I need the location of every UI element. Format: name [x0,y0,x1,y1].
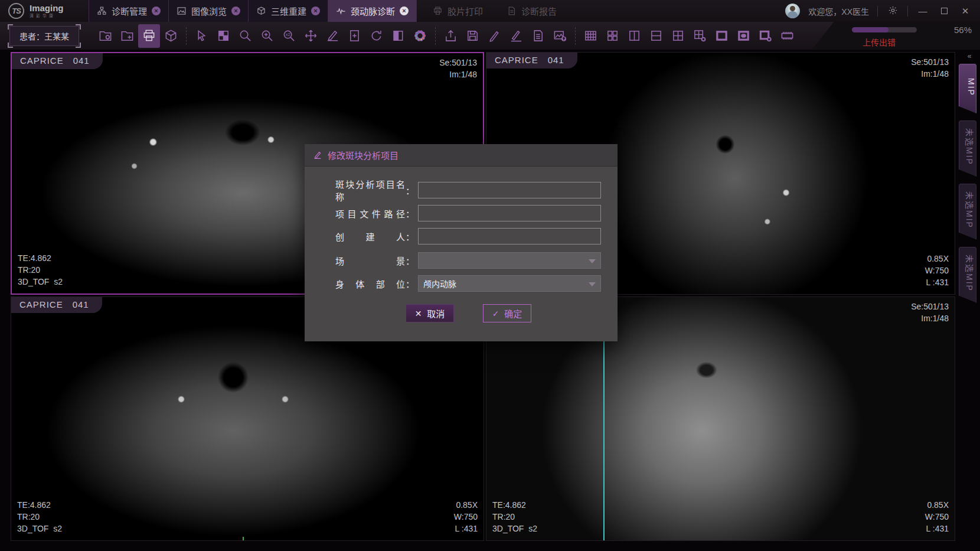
rail-tab-unselected-mip-2[interactable]: 未选MIP [959,184,976,240]
layout-grid-remove-icon[interactable] [689,24,711,48]
check-icon: ✓ [492,309,499,318]
sitemap-icon [97,6,107,16]
display-info: 0.85XW:750L :431 [454,499,478,534]
field-colon: ： [406,207,414,220]
layout-2x2-icon[interactable] [667,24,689,48]
layout-remove-icon[interactable] [754,24,776,48]
field-label: 斑块分析项目名称 [335,178,405,203]
tab-label: 诊断报告 [521,5,557,17]
field-colon: ： [406,278,414,290]
layout-ellipse-icon[interactable] [733,24,754,48]
tab-label: 图像浏览 [191,5,227,17]
window-minimize-icon[interactable]: — [916,6,929,16]
scene-dropdown[interactable] [418,252,601,269]
cancel-button[interactable]: ✕ 取消 [406,304,454,322]
field-colon: ： [406,255,414,267]
cursor-icon[interactable] [191,24,213,48]
field-label: 项目文件路径 [335,207,405,220]
tab-diagnosis-management[interactable]: 诊断管理 × [89,0,169,22]
report-document-icon[interactable] [527,24,549,48]
confirm-label: 确定 [504,307,522,319]
split-horizontal-icon[interactable] [645,24,667,48]
confirm-button[interactable]: ✓ 确定 [483,304,531,322]
measure-pencil-icon[interactable] [322,24,344,48]
print-icon[interactable] [138,24,160,48]
tab-image-browse[interactable]: 图像浏览 × [169,0,249,22]
tab-close-icon[interactable]: × [231,6,240,15]
rail-tab-unselected-mip-1[interactable]: 未选MIP [959,120,976,177]
open-project-settings-icon[interactable] [94,24,116,48]
project-name-input[interactable] [418,182,601,198]
filmstrip-icon[interactable] [776,24,798,48]
export-upload-icon[interactable] [440,24,462,48]
divider [907,6,908,17]
field-row-file-path: 项目文件路径： [335,205,601,221]
top-bar: TS Imaging 清影华康 诊断管理 × 图像浏览 × 三维重建 × 颈动脉… [0,0,980,22]
tab-close-icon[interactable]: × [311,6,320,15]
pan-icon[interactable] [300,24,322,48]
zoom-in-icon[interactable] [256,24,278,48]
image-upload-icon[interactable] [549,24,571,48]
collapse-rail-icon[interactable]: « [958,52,980,60]
window-close-icon[interactable]: ✕ [959,6,972,17]
save-icon[interactable] [462,24,484,48]
tab-label: 颈动脉诊断 [351,5,395,17]
tab-3d-reconstruction[interactable]: 三维重建 × [249,0,328,22]
body-part-value: 颅内动脉 [423,278,456,289]
tab-carotid-diagnosis[interactable]: 颈动脉诊断 × [328,0,417,22]
series-info: Se:501/13Im:1/48 [911,301,949,324]
document-icon [507,6,517,16]
focus-corner [8,43,13,48]
magnify-icon[interactable] [234,24,256,48]
annotation-add-icon[interactable] [344,24,365,48]
layout-single-icon[interactable] [711,24,733,48]
field-row-body-part: 身体部位： 颅内动脉 [335,275,601,292]
dialog-title: 修改斑块分析项目 [328,149,398,161]
toolbar-divider [575,27,576,45]
window-maximize-icon[interactable] [937,6,950,16]
rail-tab-mip[interactable]: MIP [959,64,976,113]
layout-quad-icon[interactable] [602,24,623,48]
chevron-down-icon [589,259,596,263]
divider [877,6,878,17]
body-part-dropdown[interactable]: 颅内动脉 [418,275,601,292]
dialog-title-bar: 修改斑块分析项目 [305,144,618,167]
settings-gear-icon[interactable] [886,5,899,17]
zoom-2x-icon[interactable]: x2 [278,24,300,48]
split-vertical-icon[interactable] [623,24,645,48]
field-row-creator: 创建人： [335,228,601,244]
creator-input[interactable] [418,228,601,244]
tab-close-icon[interactable]: × [400,6,409,15]
upload-status-panel: 56% 上传出错 [812,22,980,50]
toolbar: 患者：王某某 x2 [0,22,980,50]
file-path-input[interactable] [418,205,601,221]
welcome-text: 欢迎您，XX医生 [808,5,869,17]
display-info: 0.85XW:750L :431 [925,499,949,534]
tab-close-icon[interactable]: × [152,6,161,15]
volume-3d-icon[interactable] [160,24,182,48]
upload-error-text[interactable]: 上传出错 [863,36,896,48]
edit-pencil-icon [313,151,322,160]
invert-checker-icon[interactable] [213,24,234,48]
rotate-icon[interactable] [365,24,387,48]
brush-icon[interactable] [484,24,505,48]
image-icon [177,6,187,16]
layout-grid-dense-icon[interactable] [580,24,602,48]
rail-tab-unselected-mip-3[interactable]: 未选MIP [959,247,976,303]
edit-plaque-project-dialog: 修改斑块分析项目 斑块分析项目名称： 项目文件路径： 创建人： 场景： 身体部位… [305,144,618,341]
color-palette-icon[interactable] [409,24,431,48]
open-project-add-icon[interactable] [116,24,138,48]
right-series-rail: « MIP 未选MIP 未选MIP 未选MIP [956,52,980,541]
patient-label: 患者：王某某 [9,26,79,46]
user-avatar[interactable] [785,4,800,18]
brush-line-icon[interactable] [505,24,527,48]
tab-label: 三维重建 [271,5,306,17]
app-name: Imaging [30,4,64,12]
application-window: TS Imaging 清影华康 诊断管理 × 图像浏览 × 三维重建 × 颈动脉… [0,0,980,551]
app-logo: TS Imaging 清影华康 [0,0,89,22]
window-level-icon[interactable] [387,24,409,48]
close-icon: ✕ [415,309,422,318]
series-tag: CAPRICE041 [12,53,103,69]
cube-icon [256,6,266,16]
top-bar-right: 欢迎您，XX医生 — ✕ [785,0,980,22]
